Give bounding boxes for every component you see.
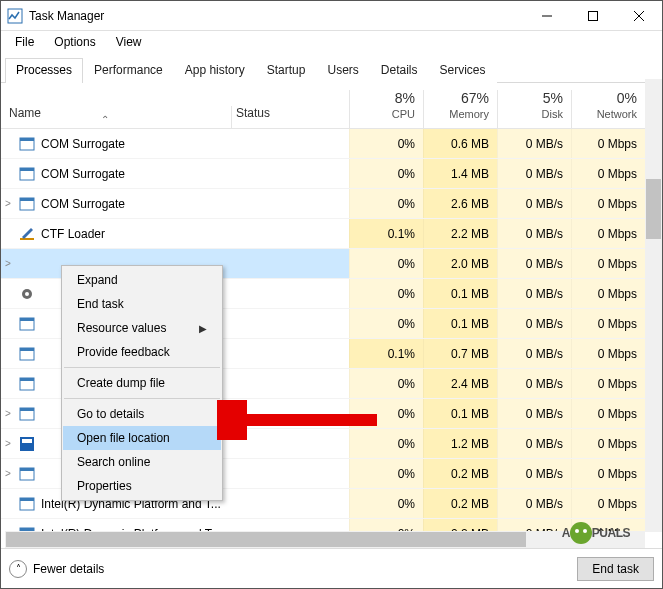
col-status[interactable]: Status [231, 106, 349, 128]
vertical-scrollbar[interactable] [645, 79, 662, 532]
col-cpu[interactable]: 8%CPU [349, 90, 423, 128]
tab-details[interactable]: Details [370, 58, 429, 83]
close-button[interactable] [616, 1, 662, 31]
cpu-cell: 0.1% [349, 219, 423, 248]
memory-cell: 1.4 MB [423, 159, 497, 188]
cm-properties[interactable]: Properties [63, 474, 221, 498]
tab-performance[interactable]: Performance [83, 58, 174, 83]
disk-cell: 0 MB/s [497, 279, 571, 308]
context-menu: Expand End task Resource values▶ Provide… [61, 265, 223, 501]
network-cell: 0 Mbps [571, 129, 645, 158]
title-bar: Task Manager [1, 1, 662, 31]
disk-cell: 0 MB/s [497, 129, 571, 158]
disk-cell: 0 MB/s [497, 219, 571, 248]
disk-cell: 0 MB/s [497, 309, 571, 338]
menu-file[interactable]: File [5, 33, 44, 51]
cpu-cell: 0% [349, 129, 423, 158]
cm-provide-feedback[interactable]: Provide feedback [63, 340, 221, 364]
menu-view[interactable]: View [106, 33, 152, 51]
expand-chevron-icon[interactable]: > [1, 408, 15, 419]
svg-rect-0 [8, 9, 22, 23]
memory-cell: 0.7 MB [423, 339, 497, 368]
disk-cell: 0 MB/s [497, 459, 571, 488]
tab-app-history[interactable]: App history [174, 58, 256, 83]
process-icon [19, 376, 35, 392]
cm-expand[interactable]: Expand [63, 268, 221, 292]
svg-rect-20 [20, 378, 34, 381]
network-cell: 0 Mbps [571, 489, 645, 518]
tab-services[interactable]: Services [429, 58, 497, 83]
maximize-button[interactable] [570, 1, 616, 31]
cpu-cell: 0% [349, 399, 423, 428]
memory-cell: 2.0 MB [423, 249, 497, 278]
network-cell: 0 Mbps [571, 369, 645, 398]
end-task-button[interactable]: End task [577, 557, 654, 581]
separator [64, 367, 220, 368]
col-memory[interactable]: 67%Memory [423, 90, 497, 128]
memory-cell: 2.2 MB [423, 219, 497, 248]
expand-chevron-icon[interactable]: > [1, 438, 15, 449]
expand-chevron-icon[interactable]: > [1, 258, 15, 269]
horizontal-scroll-thumb[interactable] [6, 532, 526, 547]
disk-cell: 0 MB/s [497, 369, 571, 398]
col-network[interactable]: 0%Network [571, 90, 645, 128]
grid-header: ⌃ Name Status 8%CPU 67%Memory 5%Disk 0%N… [1, 83, 662, 129]
expand-chevron-icon[interactable]: > [1, 468, 15, 479]
svg-rect-8 [20, 168, 34, 171]
tab-users[interactable]: Users [316, 58, 369, 83]
cm-go-to-details[interactable]: Go to details [63, 402, 221, 426]
sort-indicator-icon: ⌃ [101, 114, 109, 125]
network-cell: 0 Mbps [571, 189, 645, 218]
svg-rect-16 [20, 318, 34, 321]
process-icon [19, 406, 35, 422]
task-manager-icon [7, 8, 23, 24]
col-name-label: Name [9, 106, 41, 120]
disk-cell: 0 MB/s [497, 249, 571, 278]
table-row[interactable]: COM Surrogate0%1.4 MB0 MB/s0 Mbps [1, 159, 662, 189]
cm-open-file-location[interactable]: Open file location [63, 426, 221, 450]
cpu-cell: 0% [349, 189, 423, 218]
disk-cell: 0 MB/s [497, 429, 571, 458]
menu-options[interactable]: Options [44, 33, 105, 51]
process-icon [19, 226, 35, 242]
network-cell: 0 Mbps [571, 339, 645, 368]
footer: ˄ Fewer details End task [1, 548, 662, 588]
fewer-details-button[interactable]: ˄ Fewer details [9, 560, 104, 578]
menu-bar: File Options View [1, 31, 662, 53]
svg-point-35 [583, 529, 587, 533]
svg-point-33 [570, 522, 592, 544]
process-name: COM Surrogate [41, 197, 231, 211]
svg-rect-28 [20, 498, 34, 501]
col-disk[interactable]: 5%Disk [497, 90, 571, 128]
tabs: Processes Performance App history Startu… [1, 57, 662, 83]
tab-processes[interactable]: Processes [5, 58, 83, 83]
table-row[interactable]: >COM Surrogate0%2.6 MB0 MB/s0 Mbps [1, 189, 662, 219]
expand-chevron-icon[interactable]: > [1, 198, 15, 209]
chevron-up-icon: ˄ [9, 560, 27, 578]
disk-cell: 0 MB/s [497, 489, 571, 518]
svg-marker-12 [22, 228, 33, 239]
cpu-cell: 0.1% [349, 339, 423, 368]
network-cell: 0 Mbps [571, 309, 645, 338]
col-name[interactable]: ⌃ Name [1, 106, 231, 128]
table-row[interactable]: COM Surrogate0%0.6 MB0 MB/s0 Mbps [1, 129, 662, 159]
svg-point-34 [575, 529, 579, 533]
cm-end-task[interactable]: End task [63, 292, 221, 316]
minimize-button[interactable] [524, 1, 570, 31]
process-icon [19, 136, 35, 152]
window-title: Task Manager [29, 9, 524, 23]
cm-create-dump[interactable]: Create dump file [63, 371, 221, 395]
tab-startup[interactable]: Startup [256, 58, 317, 83]
cpu-cell: 0% [349, 459, 423, 488]
process-name: COM Surrogate [41, 137, 231, 151]
vertical-scroll-thumb[interactable] [646, 179, 661, 239]
memory-cell: 0.2 MB [423, 489, 497, 518]
horizontal-scrollbar[interactable] [5, 531, 645, 548]
table-row[interactable]: CTF Loader0.1%2.2 MB0 MB/s0 Mbps [1, 219, 662, 249]
process-name: COM Surrogate [41, 167, 231, 181]
cm-resource-values[interactable]: Resource values▶ [63, 316, 221, 340]
process-icon [19, 286, 35, 302]
svg-rect-6 [20, 138, 34, 141]
cm-search-online[interactable]: Search online [63, 450, 221, 474]
network-cell: 0 Mbps [571, 219, 645, 248]
